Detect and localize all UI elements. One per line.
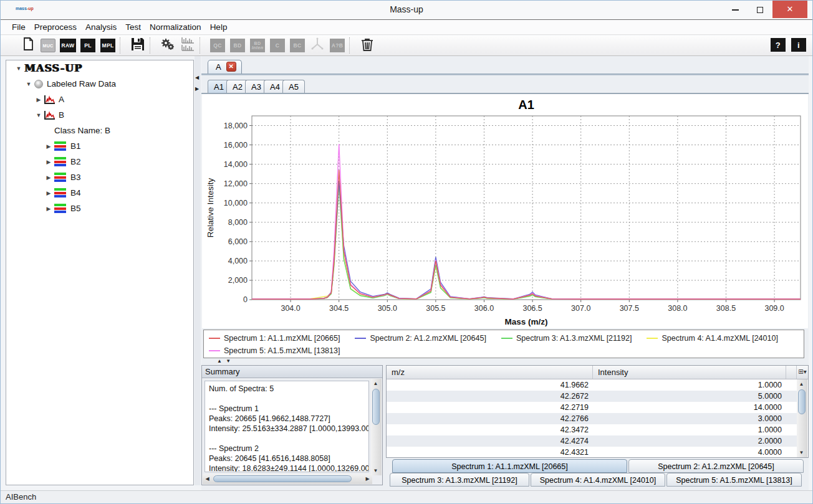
- experiment-tree: ▼ MASS-UP ▼ Labeled Raw Data ▶ A ▼ B Cla…: [6, 60, 194, 485]
- tree-root-label[interactable]: MASS-UP: [24, 62, 82, 74]
- spectrum-tab-2[interactable]: Spectrum 2: A1.2.mzXML [20645]: [628, 459, 804, 473]
- menu-preprocess[interactable]: Preprocess: [30, 20, 81, 32]
- expander-icon[interactable]: ▶: [45, 159, 52, 165]
- summary-hscrollbar[interactable]: ◀ ▶: [203, 474, 372, 484]
- preprocess-gears-button[interactable]: [159, 37, 176, 54]
- summary-vscrollbar[interactable]: ▲ ▼: [371, 379, 382, 475]
- vertical-splitter[interactable]: ◀ ▶: [195, 56, 201, 485]
- legend-item: Spectrum 1: A1.1.mzXML [20665]: [209, 334, 340, 343]
- table-row[interactable]: 42.27663.0000: [387, 413, 797, 424]
- menu-help[interactable]: Help: [206, 20, 232, 32]
- tab-label: A: [216, 62, 221, 74]
- expander-icon[interactable]: ▶: [45, 174, 52, 181]
- spectrum-tab-3[interactable]: Spectrum 3: A1.3.mzXML [21192]: [390, 473, 529, 487]
- maximize-button[interactable]: [748, 1, 772, 18]
- muc-file-button[interactable]: MUC: [39, 37, 57, 54]
- svg-text:308.5: 308.5: [716, 304, 736, 313]
- expander-icon[interactable]: ▶: [45, 190, 52, 196]
- tree-node-b4[interactable]: ▶ B4: [6, 185, 193, 201]
- expander-icon[interactable]: ▼: [35, 112, 42, 118]
- save-button[interactable]: [129, 37, 147, 54]
- tree-node-b5[interactable]: ▶ B5: [6, 201, 193, 216]
- copy-document-button[interactable]: [19, 37, 37, 54]
- table-options-icon[interactable]: ⊞▾: [796, 366, 808, 379]
- tab-a5[interactable]: A5: [282, 80, 305, 93]
- table-row[interactable]: 42.271914.0000: [387, 402, 797, 413]
- tab-close-icon[interactable]: ✕: [226, 62, 236, 72]
- tree-node-b1[interactable]: ▶ B1: [6, 138, 193, 154]
- svg-text:305.0: 305.0: [378, 304, 397, 313]
- tree-node-a[interactable]: ▶ A: [6, 92, 193, 107]
- peaklist-button[interactable]: PL: [79, 37, 97, 54]
- scroll-down-icon[interactable]: ▼: [797, 448, 806, 457]
- replicate-stripes-icon: [54, 141, 66, 151]
- expander-icon[interactable]: ▼: [25, 81, 32, 87]
- spectra-compare-button[interactable]: [179, 37, 196, 54]
- scroll-down-icon[interactable]: ▼: [371, 466, 380, 475]
- svg-text:308.0: 308.0: [668, 304, 687, 313]
- tree-node-labeled-raw-data[interactable]: ▼ Labeled Raw Data: [6, 76, 193, 92]
- title-bar: mass-up Mass-up ✕: [1, 1, 812, 19]
- table-header: m/z Intensity ⊞▾: [387, 366, 808, 379]
- status-bar: AIBench: [1, 490, 812, 504]
- svg-text:306.5: 306.5: [522, 304, 542, 313]
- mpl-button[interactable]: MPL: [99, 37, 117, 54]
- table-row[interactable]: 42.26725.0000: [387, 391, 797, 402]
- raw-data-button[interactable]: RAW: [59, 37, 77, 54]
- replicate-stripes-icon: [54, 204, 66, 213]
- menu-test[interactable]: Test: [121, 20, 145, 32]
- summary-text: Num. of Spectra: 5 --- Spectrum 1Peaks: …: [204, 381, 369, 472]
- spectrum-tab-5[interactable]: Spectrum 5: A1.5.mzXML [13813]: [666, 473, 802, 487]
- spectrum-tab-1[interactable]: Spectrum 1: A1.1.mzXML [20665]: [392, 459, 627, 473]
- splitter-collapse-right-icon[interactable]: ▶: [195, 86, 199, 92]
- table-row[interactable]: 41.96621.0000: [387, 379, 797, 391]
- tree-node-b2[interactable]: ▶ B2: [6, 154, 193, 169]
- menu-normalization[interactable]: Normalization: [145, 20, 206, 32]
- help-button[interactable]: ?: [771, 38, 786, 52]
- expander-icon[interactable]: ▶: [45, 143, 52, 150]
- legend-item: Spectrum 4: A1.4.mzXML [24010]: [647, 334, 777, 343]
- tree-node-class-name-b[interactable]: Class Name: B: [6, 123, 193, 138]
- delete-button[interactable]: [358, 37, 376, 54]
- scroll-thumb[interactable]: [213, 475, 352, 482]
- menu-analysis[interactable]: Analysis: [81, 20, 121, 32]
- close-button[interactable]: ✕: [772, 1, 807, 18]
- expander-icon[interactable]: ▼: [15, 65, 22, 72]
- legend-swatch-icon: [355, 338, 366, 339]
- table-row[interactable]: 42.34721.0000: [387, 424, 797, 435]
- scroll-up-icon[interactable]: ▲: [371, 379, 380, 388]
- menu-file[interactable]: File: [7, 20, 30, 32]
- svg-text:0: 0: [243, 295, 248, 304]
- scroll-up-icon[interactable]: ▲: [797, 379, 806, 389]
- tree-node-label: B4: [70, 188, 81, 197]
- spectrum-chart[interactable]: A102,0004,0006,0008,00010,00012,00014,00…: [202, 94, 808, 328]
- minimize-button[interactable]: [723, 1, 748, 18]
- expander-icon[interactable]: ▶: [45, 206, 52, 212]
- svg-text:304.0: 304.0: [281, 304, 300, 313]
- splitter-collapse-left-icon[interactable]: ◀: [195, 75, 199, 80]
- horizontal-splitter-buttons[interactable]: ▲ ▼: [217, 358, 232, 364]
- bd-inten-button: BDInten: [249, 37, 266, 54]
- tree-node-b3[interactable]: ▶ B3: [6, 169, 193, 185]
- tab-experiment-a[interactable]: A ✕: [208, 60, 242, 74]
- spectrum-tab-4[interactable]: Spectrum 4: A1.4.mzXML [24010]: [531, 473, 665, 487]
- scroll-left-icon[interactable]: ◀: [203, 474, 212, 483]
- table-row[interactable]: 42.43214.0000: [387, 447, 797, 457]
- peak-table: m/z Intensity ⊞▾ 41.96621.000042.26725.0…: [386, 365, 809, 458]
- ab-test-button: A?B: [329, 37, 346, 54]
- svg-text:Relative Intesity: Relative Intesity: [206, 178, 215, 238]
- column-header-intensity[interactable]: Intensity: [593, 366, 786, 379]
- table-vscrollbar[interactable]: ▲ ▼: [797, 379, 807, 457]
- scroll-thumb[interactable]: [372, 389, 380, 425]
- toolbar-separator: [120, 37, 126, 54]
- expander-icon[interactable]: ▶: [35, 97, 42, 103]
- column-header-mz[interactable]: m/z: [387, 366, 593, 379]
- tree-node-b[interactable]: ▼ B: [6, 107, 193, 123]
- chart-legend: Spectrum 1: A1.1.mzXML [20665]Spectrum 2…: [203, 330, 804, 358]
- scroll-thumb[interactable]: [798, 389, 806, 414]
- scroll-right-icon[interactable]: ▶: [363, 474, 372, 483]
- bc-button: BC: [289, 37, 306, 54]
- svg-text:Mass (m/z): Mass (m/z): [504, 317, 547, 326]
- table-row[interactable]: 42.42742.0000: [387, 435, 797, 447]
- info-button[interactable]: i: [791, 38, 806, 52]
